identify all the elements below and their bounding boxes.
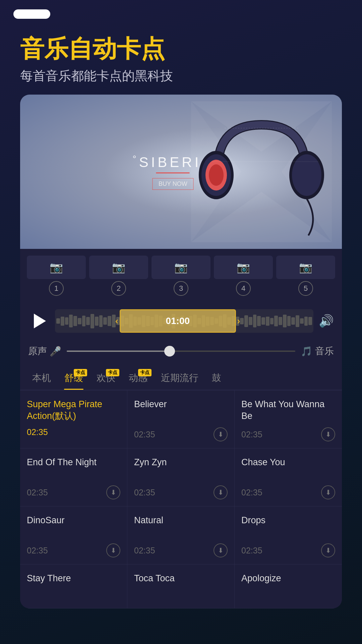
selection-right-arrow[interactable]: ›: [237, 316, 240, 326]
mic-icon: 🎤: [50, 346, 61, 357]
music-duration-8: 02:35: [134, 546, 155, 555]
buy-now-label: BUY NOW: [152, 178, 194, 190]
music-item-9[interactable]: Drops 02:35 ⬇: [235, 506, 342, 565]
music-name-10: Stay There: [27, 573, 120, 596]
selection-left-arrow[interactable]: ‹: [115, 316, 118, 326]
download-btn-2[interactable]: ⬇: [214, 427, 228, 441]
music-list: Super Mega Pirate Action(默认) 02:35 Belie…: [20, 390, 342, 608]
download-btn-9[interactable]: ⬇: [321, 543, 335, 557]
music-item-10[interactable]: Stay There: [20, 565, 127, 608]
tab-bar: 本机 舒缓 卡点 欢快 卡点 动感 卡点 近期流行 鼓: [20, 363, 342, 390]
download-btn-3[interactable]: ⬇: [321, 427, 335, 441]
camera-icon-5: 📷: [299, 261, 312, 274]
mix-slider[interactable]: [67, 351, 295, 352]
music-meta-6: 02:35 ⬇: [241, 485, 335, 499]
music-item-1[interactable]: Super Mega Pirate Action(默认) 02:35: [20, 390, 127, 448]
music-name-12: Apologize: [241, 573, 335, 596]
camera-icon-1: 📷: [50, 261, 63, 274]
header-section: 音乐自动卡点 每首音乐都能卡点的黑科技: [0, 22, 362, 95]
thumbnail-1[interactable]: 📷 1: [27, 256, 86, 296]
thumb-image-4[interactable]: 📷: [214, 256, 273, 279]
music-name-11: Toca Toca: [134, 573, 228, 596]
thumb-num-3: 3: [174, 281, 188, 296]
tab-happy[interactable]: 欢快 卡点: [90, 366, 122, 390]
mix-left-label: 原声 🎤: [28, 345, 61, 358]
slider-fill: [67, 351, 170, 352]
slider-thumb[interactable]: [164, 346, 175, 357]
thumb-image-3[interactable]: 📷: [152, 256, 210, 279]
music-item-4[interactable]: End Of The Night 02:35 ⬇: [20, 448, 127, 506]
camera-icon-2: 📷: [112, 261, 125, 274]
music-item-6[interactable]: Chase You 02:35 ⬇: [235, 448, 342, 506]
music-duration-5: 02:35: [134, 488, 155, 497]
music-item-2[interactable]: Believer 02:35 ⬇: [127, 390, 235, 448]
thumb-num-2: 2: [111, 281, 126, 296]
thumbnail-3[interactable]: 📷 3: [152, 256, 210, 296]
download-btn-7[interactable]: ⬇: [106, 543, 120, 557]
music-meta-3: 02:35 ⬇: [241, 427, 335, 441]
tab-dynamic[interactable]: 动感 卡点: [122, 366, 154, 390]
thumb-num-5: 5: [298, 281, 313, 296]
music-duration-4: 02:35: [27, 488, 48, 497]
camera-icon-3: 📷: [174, 261, 188, 274]
tab-drum[interactable]: 鼓: [205, 366, 228, 390]
music-name-5: Zyn Zyn: [134, 457, 228, 480]
music-item-12[interactable]: Apologize: [235, 565, 342, 608]
music-meta-1: 02:35: [27, 427, 120, 437]
waveform[interactable]: ‹ 01:00 ›: [55, 309, 313, 333]
waveform-selection[interactable]: ‹ 01:00 ›: [120, 309, 236, 333]
music-item-7[interactable]: DinoSaur 02:35 ⬇: [20, 506, 127, 565]
music-name-1: Super Mega Pirate Action(默认): [27, 398, 120, 422]
download-btn-4[interactable]: ⬇: [106, 485, 120, 499]
music-meta-2: 02:35 ⬇: [134, 427, 228, 441]
music-name-9: Drops: [241, 515, 335, 538]
thumbnail-4[interactable]: 📷 4: [214, 256, 273, 296]
thumbnail-strip: 📷 1 📷 2 📷 3 📷 4 📷 5: [20, 249, 342, 303]
music-item-8[interactable]: Natural 02:35 ⬇: [127, 506, 235, 565]
music-meta-9: 02:35 ⬇: [241, 543, 335, 557]
thumbnail-5[interactable]: 📷 5: [276, 256, 335, 296]
svg-point-7: [209, 164, 224, 186]
music-name-8: Natural: [134, 515, 228, 538]
play-button[interactable]: [28, 310, 50, 332]
mix-right-label: 🎵 音乐: [301, 345, 334, 358]
thumbnail-2[interactable]: 📷 2: [89, 256, 148, 296]
music-meta-5: 02:35 ⬇: [134, 485, 228, 499]
thumb-num-1: 1: [49, 281, 64, 296]
thumb-image-5[interactable]: 📷: [276, 256, 335, 279]
tab-local[interactable]: 本机: [25, 366, 58, 390]
music-name-2: Believer: [134, 398, 228, 422]
music-name-4: End Of The Night: [27, 457, 120, 480]
svg-point-10: [296, 160, 317, 191]
music-duration-2: 02:35: [134, 430, 155, 439]
download-btn-5[interactable]: ⬇: [214, 485, 228, 499]
status-pill: [13, 9, 50, 19]
tab-badge-happy: 卡点: [106, 369, 119, 376]
music-duration-3: 02:35: [241, 430, 262, 439]
headphone-illustration: [191, 101, 332, 242]
music-name-7: DinoSaur: [27, 515, 120, 538]
music-duration-1: 02:35: [27, 427, 48, 437]
download-btn-6[interactable]: ⬇: [321, 485, 335, 499]
mix-section: 原声 🎤 🎵 音乐: [20, 339, 342, 363]
tab-trending[interactable]: 近期流行: [154, 366, 205, 390]
page-title: 音乐自动卡点: [20, 36, 342, 62]
brand-underline: [156, 172, 190, 173]
thumb-image-2[interactable]: 📷: [89, 256, 148, 279]
page-subtitle: 每首音乐都能卡点的黑科技: [20, 67, 342, 85]
music-duration-7: 02:35: [27, 546, 48, 555]
camera-icon-4: 📷: [237, 261, 250, 274]
hero-image: °SIBERIA BUY NOW: [20, 95, 342, 249]
music-item-11[interactable]: Toca Toca: [127, 565, 235, 608]
tab-badge-soothe: 卡点: [74, 369, 87, 376]
music-item-5[interactable]: Zyn Zyn 02:35 ⬇: [127, 448, 235, 506]
volume-icon[interactable]: 🔊: [319, 314, 334, 328]
music-name-6: Chase You: [241, 457, 335, 480]
thumb-image-1[interactable]: 📷: [27, 256, 86, 279]
status-bar: [0, 0, 362, 22]
download-btn-8[interactable]: ⬇: [214, 543, 228, 557]
music-name-3: Be What You Wanna Be: [241, 398, 335, 422]
tab-soothe[interactable]: 舒缓 卡点: [58, 366, 90, 390]
play-icon: [34, 314, 46, 328]
music-item-3[interactable]: Be What You Wanna Be 02:35 ⬇: [235, 390, 342, 448]
